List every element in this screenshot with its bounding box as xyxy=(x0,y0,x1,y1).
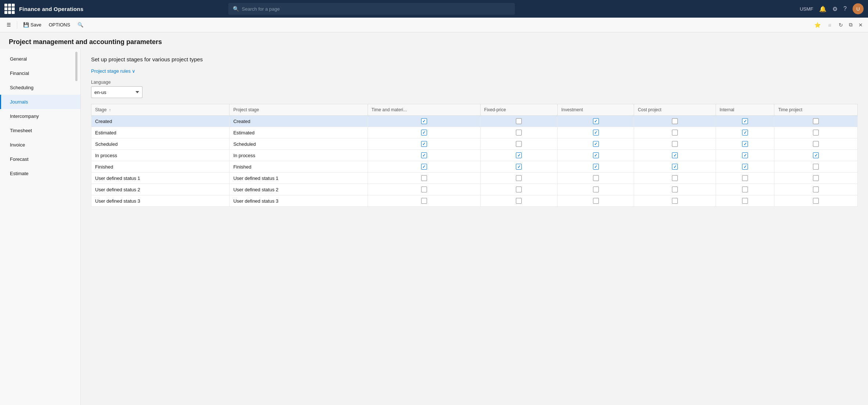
fixed-price-cell[interactable] xyxy=(480,150,557,161)
language-select[interactable]: en-us xyxy=(91,86,142,98)
col-project-stage[interactable]: Project stage xyxy=(229,104,368,116)
time-material-cell[interactable] xyxy=(368,116,480,127)
table-row[interactable]: In processIn process xyxy=(91,150,858,161)
table-row[interactable]: EstimatedEstimated xyxy=(91,127,858,138)
close-icon[interactable]: ✕ xyxy=(857,21,864,29)
sidebar-item-intercompany[interactable]: Intercompany xyxy=(0,109,80,123)
sidebar-item-estimate[interactable]: Estimate xyxy=(0,166,80,181)
time-material-cell[interactable] xyxy=(368,138,480,150)
internal-cell-checkbox[interactable] xyxy=(742,130,748,135)
time-material-cell[interactable] xyxy=(368,173,480,184)
office-icon[interactable]: ◽ xyxy=(825,21,834,29)
cost-project-cell-checkbox[interactable] xyxy=(672,152,678,158)
open-in-new-icon[interactable]: ⧉ xyxy=(847,20,854,29)
time-project-cell-checkbox[interactable] xyxy=(813,118,819,124)
fixed-price-cell-checkbox[interactable] xyxy=(516,152,522,158)
time-project-cell-checkbox[interactable] xyxy=(813,152,819,158)
time-project-cell[interactable] xyxy=(774,150,858,161)
time-material-cell[interactable] xyxy=(368,195,480,207)
time-project-cell-checkbox[interactable] xyxy=(813,187,819,192)
fixed-price-cell[interactable] xyxy=(480,184,557,195)
investment-cell-checkbox[interactable] xyxy=(593,164,599,170)
fixed-price-cell[interactable] xyxy=(480,138,557,150)
time-material-cell-checkbox[interactable] xyxy=(421,164,427,170)
internal-cell[interactable] xyxy=(716,127,774,138)
cost-project-cell[interactable] xyxy=(634,195,716,207)
refresh-icon[interactable]: ↻ xyxy=(837,21,845,29)
sidebar-item-forecast[interactable]: Forecast xyxy=(0,152,80,166)
col-time-material[interactable]: Time and materi... xyxy=(368,104,480,116)
cost-project-cell[interactable] xyxy=(634,127,716,138)
time-project-cell[interactable] xyxy=(774,116,858,127)
sidebar-item-journals[interactable]: Journals xyxy=(0,95,80,109)
investment-cell[interactable] xyxy=(557,161,634,173)
table-row[interactable]: FinishedFinished xyxy=(91,161,858,173)
investment-cell-checkbox[interactable] xyxy=(593,152,599,158)
time-material-cell-checkbox[interactable] xyxy=(421,198,427,204)
time-material-cell-checkbox[interactable] xyxy=(421,118,427,124)
time-project-cell[interactable] xyxy=(774,161,858,173)
search-toolbar-button[interactable]: 🔍 xyxy=(75,21,86,29)
internal-cell[interactable] xyxy=(716,173,774,184)
cost-project-cell-checkbox[interactable] xyxy=(672,175,678,181)
investment-cell-checkbox[interactable] xyxy=(593,187,599,192)
fixed-price-cell-checkbox[interactable] xyxy=(516,198,522,204)
time-material-cell-checkbox[interactable] xyxy=(421,130,427,135)
time-project-cell[interactable] xyxy=(774,127,858,138)
time-project-cell[interactable] xyxy=(774,195,858,207)
investment-cell[interactable] xyxy=(557,127,634,138)
fixed-price-cell-checkbox[interactable] xyxy=(516,175,522,181)
col-time-project[interactable]: Time project xyxy=(774,104,858,116)
cost-project-cell-checkbox[interactable] xyxy=(672,164,678,170)
internal-cell[interactable] xyxy=(716,138,774,150)
col-internal[interactable]: Internal xyxy=(716,104,774,116)
personalize-icon[interactable]: ⭐ xyxy=(813,21,822,29)
table-row[interactable]: CreatedCreated xyxy=(91,116,858,127)
time-material-cell[interactable] xyxy=(368,150,480,161)
cost-project-cell[interactable] xyxy=(634,138,716,150)
investment-cell[interactable] xyxy=(557,173,634,184)
time-project-cell[interactable] xyxy=(774,173,858,184)
fixed-price-cell[interactable] xyxy=(480,116,557,127)
investment-cell-checkbox[interactable] xyxy=(593,130,599,135)
sidebar-item-general[interactable]: General xyxy=(0,52,80,66)
hamburger-button[interactable]: ☰ xyxy=(4,21,14,29)
save-button[interactable]: 💾 Save xyxy=(20,21,44,29)
fixed-price-cell[interactable] xyxy=(480,173,557,184)
app-menu-icon[interactable] xyxy=(4,4,15,14)
search-input[interactable] xyxy=(242,6,510,12)
project-stage-rules-link[interactable]: Project stage rules ∨ xyxy=(91,68,135,74)
internal-cell-checkbox[interactable] xyxy=(742,152,748,158)
cost-project-cell[interactable] xyxy=(634,161,716,173)
cost-project-cell-checkbox[interactable] xyxy=(672,118,678,124)
time-project-cell[interactable] xyxy=(774,138,858,150)
time-material-cell-checkbox[interactable] xyxy=(421,187,427,192)
internal-cell-checkbox[interactable] xyxy=(742,141,748,147)
time-project-cell-checkbox[interactable] xyxy=(813,164,819,170)
fixed-price-cell[interactable] xyxy=(480,161,557,173)
sidebar-item-scheduling[interactable]: Scheduling xyxy=(0,80,80,95)
time-project-cell[interactable] xyxy=(774,184,858,195)
internal-cell[interactable] xyxy=(716,150,774,161)
fixed-price-cell-checkbox[interactable] xyxy=(516,130,522,135)
cost-project-cell[interactable] xyxy=(634,150,716,161)
fixed-price-cell-checkbox[interactable] xyxy=(516,118,522,124)
investment-cell-checkbox[interactable] xyxy=(593,175,599,181)
time-project-cell-checkbox[interactable] xyxy=(813,198,819,204)
internal-cell[interactable] xyxy=(716,116,774,127)
internal-cell[interactable] xyxy=(716,184,774,195)
sidebar-item-timesheet[interactable]: Timesheet xyxy=(0,123,80,138)
cost-project-cell-checkbox[interactable] xyxy=(672,198,678,204)
search-bar[interactable]: 🔍 xyxy=(228,3,515,15)
cost-project-cell[interactable] xyxy=(634,116,716,127)
internal-cell-checkbox[interactable] xyxy=(742,187,748,192)
sidebar-item-financial[interactable]: Financial xyxy=(0,66,80,80)
table-row[interactable]: User defined status 2User defined status… xyxy=(91,184,858,195)
col-cost-project[interactable]: Cost project xyxy=(634,104,716,116)
time-material-cell-checkbox[interactable] xyxy=(421,152,427,158)
investment-cell-checkbox[interactable] xyxy=(593,118,599,124)
table-row[interactable]: User defined status 3User defined status… xyxy=(91,195,858,207)
col-investment[interactable]: Investment xyxy=(557,104,634,116)
internal-cell[interactable] xyxy=(716,195,774,207)
internal-cell-checkbox[interactable] xyxy=(742,118,748,124)
